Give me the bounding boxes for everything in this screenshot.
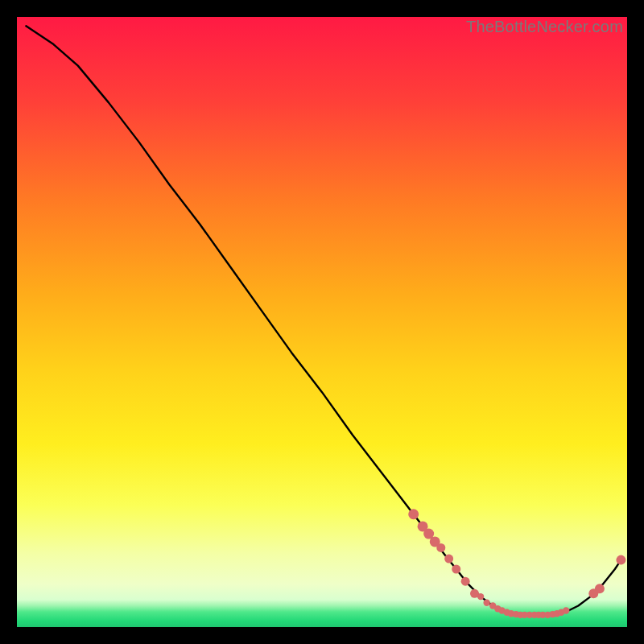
- data-point: [563, 607, 569, 613]
- data-point: [616, 555, 625, 565]
- data-point: [483, 599, 489, 605]
- data-point: [444, 555, 453, 564]
- gradient-background: [17, 17, 627, 627]
- data-point: [477, 593, 484, 600]
- chart-frame: TheBottleNecker.com: [17, 17, 627, 627]
- data-point: [461, 577, 470, 586]
- data-point: [452, 564, 460, 573]
- data-point: [595, 584, 605, 593]
- data-point: [436, 543, 445, 552]
- watermark-text: TheBottleNecker.com: [466, 18, 623, 36]
- data-point: [408, 509, 419, 519]
- chart-svg: [17, 17, 627, 627]
